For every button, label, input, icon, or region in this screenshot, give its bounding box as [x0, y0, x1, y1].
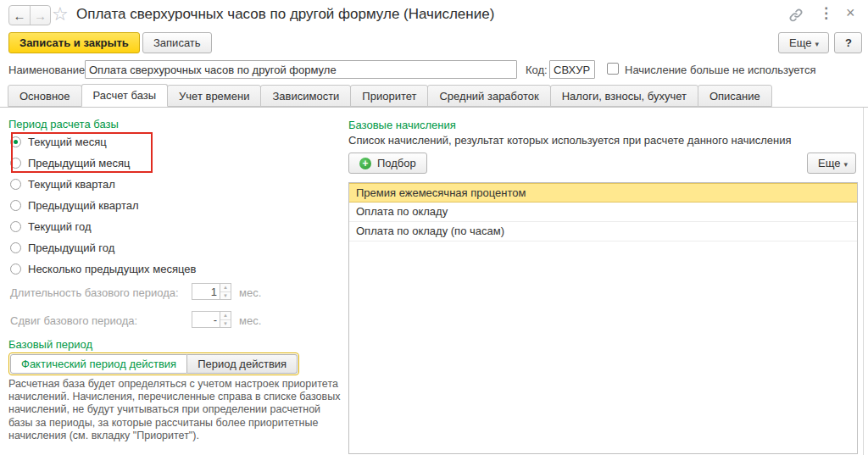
- name-input[interactable]: [85, 60, 517, 79]
- base-accruals-title: Базовые начисления: [348, 119, 456, 131]
- back-icon[interactable]: ←: [9, 6, 30, 25]
- forward-icon[interactable]: →: [30, 6, 50, 25]
- base-period-title: Базовый период: [8, 338, 92, 351]
- more-button-toolbar[interactable]: Еще▾: [778, 32, 829, 53]
- radio-icon: [10, 136, 21, 147]
- plus-icon: +: [359, 158, 371, 169]
- base-period-toggle: Фактический период действия Период дейст…: [8, 352, 299, 375]
- period-group-title: Период расчета базы: [8, 118, 119, 130]
- tab-uchet-vremeni[interactable]: Учет времени: [167, 85, 261, 107]
- tab-osnovnoe[interactable]: Основное: [8, 85, 82, 107]
- duration-unit: мес.: [239, 286, 261, 299]
- radio-previous-month[interactable]: Предыдущий месяц: [10, 153, 196, 174]
- period-radio-group: Текущий месяц Предыдущий месяц Текущий к…: [10, 131, 196, 280]
- radio-icon: [10, 200, 21, 211]
- page-title: Оплата сверхурочных часов по другой форм…: [76, 6, 494, 23]
- base-accruals-subtitle: Список начислений, результат которых исп…: [348, 134, 792, 147]
- inactive-checkbox-label: Начисление больше не используется: [625, 64, 815, 76]
- radio-label: Текущий год: [28, 220, 92, 233]
- tab-prioritet[interactable]: Приоритет: [350, 85, 428, 107]
- radio-label: Текущий квартал: [28, 178, 115, 191]
- tab-strip: Основное Расчет базы Учет времени Зависи…: [0, 85, 868, 108]
- tab-sredniy-zarabotok[interactable]: Средний заработок: [427, 85, 550, 107]
- spin-down-icon[interactable]: ▼: [220, 292, 231, 300]
- radio-label: Текущий месяц: [28, 136, 107, 148]
- tab-opisanie[interactable]: Описание: [698, 85, 772, 107]
- window-edge-divider: [863, 108, 864, 455]
- code-input[interactable]: [549, 60, 595, 79]
- tab-nalogi[interactable]: Налоги, взносы, бухучет: [550, 85, 698, 107]
- toggle-period[interactable]: Период действия: [187, 354, 298, 374]
- radio-icon: [10, 158, 21, 169]
- more-label: Еще: [818, 157, 840, 169]
- list-item[interactable]: Премия ежемесячная процентом: [349, 183, 857, 203]
- base-accruals-list: Премия ежемесячная процентом Оплата по о…: [348, 182, 858, 454]
- radio-label: Предыдущий месяц: [28, 157, 131, 169]
- link-icon[interactable]: [788, 8, 804, 26]
- favorite-star-icon[interactable]: ☆: [52, 3, 69, 25]
- shift-input[interactable]: [192, 311, 220, 328]
- name-field-label: Наименование:: [8, 64, 88, 76]
- radio-previous-quarter[interactable]: Предыдущий квартал: [10, 195, 196, 216]
- save-button[interactable]: Записать: [142, 32, 212, 53]
- radio-previous-year[interactable]: Предыдущий год: [10, 237, 196, 258]
- pick-label: Подбор: [377, 157, 416, 169]
- radio-icon: [10, 264, 21, 275]
- radio-icon: [10, 221, 21, 232]
- duration-label: Длительность базового периода:: [10, 286, 179, 299]
- radio-current-quarter[interactable]: Текущий квартал: [10, 174, 196, 195]
- more-button-list[interactable]: Еще▾: [807, 153, 856, 174]
- priority-note-text: Расчетная база будет определяться с учет…: [8, 378, 342, 442]
- save-and-close-button[interactable]: Записать и закрыть: [8, 32, 140, 53]
- more-label: Еще: [789, 36, 811, 49]
- history-nav: ← →: [8, 5, 51, 25]
- spinner-buttons[interactable]: ▲▼: [220, 283, 231, 300]
- code-field-label: Код:: [526, 64, 548, 76]
- shift-unit: мес.: [239, 314, 261, 327]
- spin-down-icon[interactable]: ▼: [220, 320, 231, 328]
- radio-icon: [10, 179, 21, 190]
- pick-button[interactable]: + Подбор: [348, 153, 427, 174]
- shift-stepper[interactable]: ▲▼: [192, 311, 231, 328]
- radio-current-year[interactable]: Текущий год: [10, 216, 196, 237]
- list-item[interactable]: Оплата по окладу (по часам): [349, 222, 857, 241]
- radio-label: Предыдущий год: [28, 241, 114, 254]
- chevron-down-icon: ▾: [815, 40, 819, 48]
- spinner-buttons[interactable]: ▲▼: [220, 311, 231, 328]
- more-menu-icon[interactable]: ⋮: [819, 4, 833, 22]
- chevron-down-icon: ▾: [843, 160, 848, 169]
- tab-raschet-bazy[interactable]: Расчет базы: [81, 84, 169, 107]
- list-item[interactable]: Оплата по окладу: [349, 203, 857, 222]
- duration-input[interactable]: [192, 283, 220, 300]
- spin-up-icon[interactable]: ▲: [220, 312, 231, 320]
- radio-icon: [10, 242, 21, 253]
- radio-several-previous-months[interactable]: Несколько предыдущих месяцев: [10, 258, 196, 280]
- radio-current-month[interactable]: Текущий месяц: [10, 131, 196, 153]
- inactive-checkbox[interactable]: [607, 63, 619, 75]
- toggle-actual-period[interactable]: Фактический период действия: [10, 354, 187, 374]
- tab-content: Период расчета базы Текущий месяц Предыд…: [0, 108, 868, 455]
- close-icon[interactable]: ×: [846, 4, 855, 22]
- tab-zavisimosti[interactable]: Зависимости: [260, 85, 351, 107]
- spin-up-icon[interactable]: ▲: [220, 284, 231, 292]
- shift-label: Сдвиг базового периода:: [10, 314, 137, 327]
- radio-label: Предыдущий квартал: [28, 199, 139, 212]
- duration-stepper[interactable]: ▲▼: [192, 283, 231, 300]
- radio-label: Несколько предыдущих месяцев: [28, 263, 196, 275]
- help-button[interactable]: ?: [834, 32, 862, 53]
